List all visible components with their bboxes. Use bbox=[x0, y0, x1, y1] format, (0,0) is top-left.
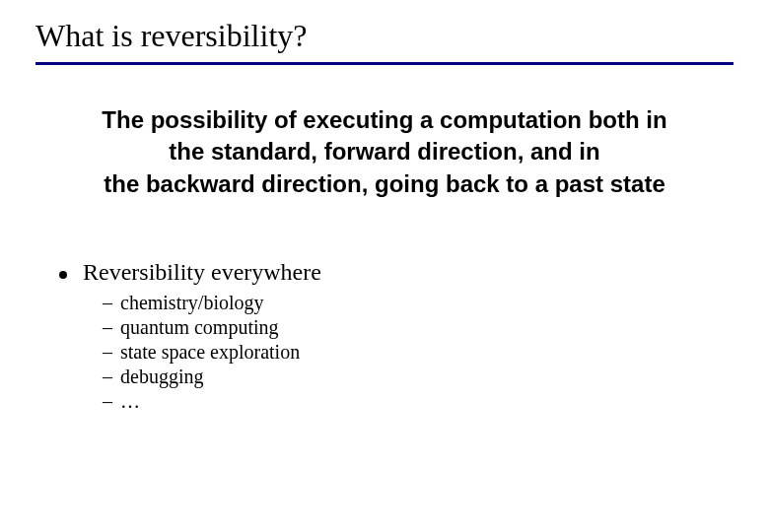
definition-line-3: the backward direction, going back to a … bbox=[49, 168, 720, 200]
dash-icon: – bbox=[103, 390, 120, 413]
sub-bullet-group: – chemistry/biology – quantum computing … bbox=[103, 292, 734, 413]
sub-bullet-text: … bbox=[120, 390, 140, 413]
dash-icon: – bbox=[103, 292, 120, 314]
dash-icon: – bbox=[103, 366, 120, 388]
sub-bullet-text: chemistry/biology bbox=[120, 292, 264, 314]
definition-line-2: the standard, forward direction, and in bbox=[49, 136, 720, 167]
definition-block: The possibility of executing a computati… bbox=[49, 104, 720, 200]
sub-bullet-text: debugging bbox=[120, 366, 203, 388]
bullet-dot-icon bbox=[59, 271, 67, 279]
sub-bullet: – chemistry/biology bbox=[103, 292, 734, 314]
body-list: Reversibility everywhere – chemistry/bio… bbox=[59, 259, 734, 413]
sub-bullet-text: quantum computing bbox=[120, 316, 279, 339]
sub-bullet: – … bbox=[103, 390, 734, 413]
slide: What is reversibility? The possibility o… bbox=[0, 0, 769, 532]
dash-icon: – bbox=[103, 341, 120, 364]
sub-bullet: – quantum computing bbox=[103, 316, 734, 339]
sub-bullet: – debugging bbox=[103, 366, 734, 388]
bullet-level1: Reversibility everywhere bbox=[59, 259, 734, 286]
dash-icon: – bbox=[103, 316, 120, 339]
slide-title: What is reversibility? bbox=[35, 18, 734, 62]
bullet-text: Reversibility everywhere bbox=[83, 259, 321, 286]
sub-bullet: – state space exploration bbox=[103, 341, 734, 364]
title-underline bbox=[35, 62, 734, 65]
sub-bullet-text: state space exploration bbox=[120, 341, 300, 364]
definition-line-1: The possibility of executing a computati… bbox=[49, 104, 720, 136]
